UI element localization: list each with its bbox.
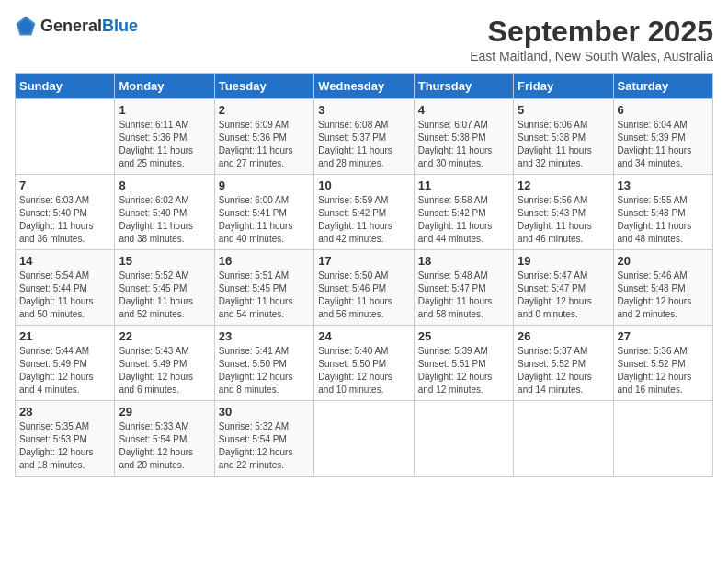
day-info: Sunrise: 6:02 AM Sunset: 5:40 PM Dayligh… — [119, 194, 210, 246]
day-cell — [613, 401, 712, 477]
day-number: 15 — [119, 254, 210, 268]
week-row-3: 21Sunrise: 5:44 AM Sunset: 5:49 PM Dayli… — [16, 326, 713, 401]
day-cell: 16Sunrise: 5:51 AM Sunset: 5:45 PM Dayli… — [214, 250, 313, 326]
day-info: Sunrise: 5:50 AM Sunset: 5:46 PM Dayligh… — [318, 270, 409, 321]
day-info: Sunrise: 5:51 AM Sunset: 5:45 PM Dayligh… — [219, 270, 310, 321]
calendar-body: 1Sunrise: 6:11 AM Sunset: 5:36 PM Daylig… — [16, 99, 713, 477]
header-cell-sunday: Sunday — [16, 74, 115, 99]
day-info: Sunrise: 6:11 AM Sunset: 5:36 PM Dayligh… — [119, 119, 210, 170]
day-number: 5 — [518, 103, 609, 117]
day-number: 26 — [518, 329, 609, 343]
main-title: September 2025 — [470, 15, 713, 49]
day-info: Sunrise: 5:33 AM Sunset: 5:54 PM Dayligh… — [119, 420, 210, 472]
day-info: Sunrise: 5:46 AM Sunset: 5:48 PM Dayligh… — [618, 270, 709, 321]
day-info: Sunrise: 5:37 AM Sunset: 5:52 PM Dayligh… — [518, 345, 609, 396]
day-cell: 2Sunrise: 6:09 AM Sunset: 5:36 PM Daylig… — [214, 99, 313, 175]
day-number: 19 — [518, 254, 609, 268]
header-row: SundayMondayTuesdayWednesdayThursdayFrid… — [16, 74, 713, 99]
header-cell-thursday: Thursday — [414, 74, 513, 99]
logo: GeneralBlue — [15, 15, 138, 37]
day-cell: 5Sunrise: 6:06 AM Sunset: 5:38 PM Daylig… — [514, 99, 613, 175]
week-row-2: 14Sunrise: 5:54 AM Sunset: 5:44 PM Dayli… — [16, 250, 713, 326]
day-number: 8 — [119, 178, 210, 192]
day-cell: 22Sunrise: 5:43 AM Sunset: 5:49 PM Dayli… — [115, 326, 214, 401]
day-cell — [514, 401, 613, 477]
day-info: Sunrise: 5:44 AM Sunset: 5:49 PM Dayligh… — [19, 345, 110, 396]
day-number: 7 — [19, 178, 110, 192]
day-info: Sunrise: 5:35 AM Sunset: 5:53 PM Dayligh… — [19, 420, 110, 472]
day-cell: 18Sunrise: 5:48 AM Sunset: 5:47 PM Dayli… — [414, 250, 513, 326]
day-cell: 4Sunrise: 6:07 AM Sunset: 5:38 PM Daylig… — [414, 99, 513, 175]
day-cell: 27Sunrise: 5:36 AM Sunset: 5:52 PM Dayli… — [613, 326, 712, 401]
day-cell: 1Sunrise: 6:11 AM Sunset: 5:36 PM Daylig… — [115, 99, 214, 175]
header: GeneralBlue September 2025 East Maitland… — [15, 15, 713, 63]
day-number: 11 — [418, 178, 509, 192]
day-info: Sunrise: 5:56 AM Sunset: 5:43 PM Dayligh… — [518, 194, 609, 246]
logo-text-blue: Blue — [102, 17, 138, 35]
day-number: 17 — [318, 254, 409, 268]
calendar-table: SundayMondayTuesdayWednesdayThursdayFrid… — [15, 73, 713, 477]
header-cell-tuesday: Tuesday — [214, 74, 313, 99]
week-row-4: 28Sunrise: 5:35 AM Sunset: 5:53 PM Dayli… — [16, 401, 713, 477]
day-cell: 23Sunrise: 5:41 AM Sunset: 5:50 PM Dayli… — [214, 326, 313, 401]
day-info: Sunrise: 6:07 AM Sunset: 5:38 PM Dayligh… — [418, 119, 509, 170]
header-cell-saturday: Saturday — [613, 74, 712, 99]
subtitle: East Maitland, New South Wales, Australi… — [470, 49, 713, 63]
day-cell: 17Sunrise: 5:50 AM Sunset: 5:46 PM Dayli… — [314, 250, 414, 326]
day-number: 4 — [418, 103, 509, 117]
day-cell: 26Sunrise: 5:37 AM Sunset: 5:52 PM Dayli… — [514, 326, 613, 401]
day-info: Sunrise: 5:36 AM Sunset: 5:52 PM Dayligh… — [618, 345, 709, 396]
day-cell: 24Sunrise: 5:40 AM Sunset: 5:50 PM Dayli… — [314, 326, 414, 401]
week-row-1: 7Sunrise: 6:03 AM Sunset: 5:40 PM Daylig… — [16, 175, 713, 250]
day-info: Sunrise: 6:03 AM Sunset: 5:40 PM Dayligh… — [19, 194, 110, 246]
day-number: 14 — [19, 254, 110, 268]
calendar-header: SundayMondayTuesdayWednesdayThursdayFrid… — [16, 74, 713, 99]
day-info: Sunrise: 5:39 AM Sunset: 5:51 PM Dayligh… — [418, 345, 509, 396]
day-number: 12 — [518, 178, 609, 192]
week-row-0: 1Sunrise: 6:11 AM Sunset: 5:36 PM Daylig… — [16, 99, 713, 175]
day-number: 23 — [219, 329, 310, 343]
day-cell: 8Sunrise: 6:02 AM Sunset: 5:40 PM Daylig… — [115, 175, 214, 250]
day-number: 25 — [418, 329, 509, 343]
day-info: Sunrise: 5:59 AM Sunset: 5:42 PM Dayligh… — [318, 194, 409, 246]
day-number: 18 — [418, 254, 509, 268]
day-number: 10 — [318, 178, 409, 192]
day-cell: 25Sunrise: 5:39 AM Sunset: 5:51 PM Dayli… — [414, 326, 513, 401]
day-info: Sunrise: 5:32 AM Sunset: 5:54 PM Dayligh… — [219, 420, 310, 472]
day-cell — [414, 401, 513, 477]
day-number: 1 — [119, 103, 210, 117]
day-cell: 6Sunrise: 6:04 AM Sunset: 5:39 PM Daylig… — [613, 99, 712, 175]
day-info: Sunrise: 5:41 AM Sunset: 5:50 PM Dayligh… — [219, 345, 310, 396]
day-cell — [16, 99, 115, 175]
day-info: Sunrise: 5:55 AM Sunset: 5:43 PM Dayligh… — [618, 194, 709, 246]
logo-icon — [15, 15, 37, 37]
header-cell-friday: Friday — [514, 74, 613, 99]
day-info: Sunrise: 6:04 AM Sunset: 5:39 PM Dayligh… — [618, 119, 709, 170]
day-number: 28 — [19, 405, 110, 419]
day-number: 21 — [19, 329, 110, 343]
day-cell: 12Sunrise: 5:56 AM Sunset: 5:43 PM Dayli… — [514, 175, 613, 250]
day-cell: 9Sunrise: 6:00 AM Sunset: 5:41 PM Daylig… — [214, 175, 313, 250]
day-cell: 14Sunrise: 5:54 AM Sunset: 5:44 PM Dayli… — [16, 250, 115, 326]
day-cell: 20Sunrise: 5:46 AM Sunset: 5:48 PM Dayli… — [613, 250, 712, 326]
day-number: 13 — [618, 178, 709, 192]
title-area: September 2025 East Maitland, New South … — [470, 15, 713, 63]
day-cell: 10Sunrise: 5:59 AM Sunset: 5:42 PM Dayli… — [314, 175, 414, 250]
day-cell — [314, 401, 414, 477]
day-info: Sunrise: 5:48 AM Sunset: 5:47 PM Dayligh… — [418, 270, 509, 321]
day-cell: 30Sunrise: 5:32 AM Sunset: 5:54 PM Dayli… — [214, 401, 313, 477]
day-info: Sunrise: 6:09 AM Sunset: 5:36 PM Dayligh… — [219, 119, 310, 170]
day-cell: 15Sunrise: 5:52 AM Sunset: 5:45 PM Dayli… — [115, 250, 214, 326]
day-number: 30 — [219, 405, 310, 419]
day-info: Sunrise: 5:47 AM Sunset: 5:47 PM Dayligh… — [518, 270, 609, 321]
day-number: 6 — [618, 103, 709, 117]
day-number: 20 — [618, 254, 709, 268]
day-cell: 28Sunrise: 5:35 AM Sunset: 5:53 PM Dayli… — [16, 401, 115, 477]
day-info: Sunrise: 5:40 AM Sunset: 5:50 PM Dayligh… — [318, 345, 409, 396]
day-number: 22 — [119, 329, 210, 343]
day-number: 3 — [318, 103, 409, 117]
day-info: Sunrise: 6:00 AM Sunset: 5:41 PM Dayligh… — [219, 194, 310, 246]
day-cell: 19Sunrise: 5:47 AM Sunset: 5:47 PM Dayli… — [514, 250, 613, 326]
day-number: 16 — [219, 254, 310, 268]
day-cell: 13Sunrise: 5:55 AM Sunset: 5:43 PM Dayli… — [613, 175, 712, 250]
